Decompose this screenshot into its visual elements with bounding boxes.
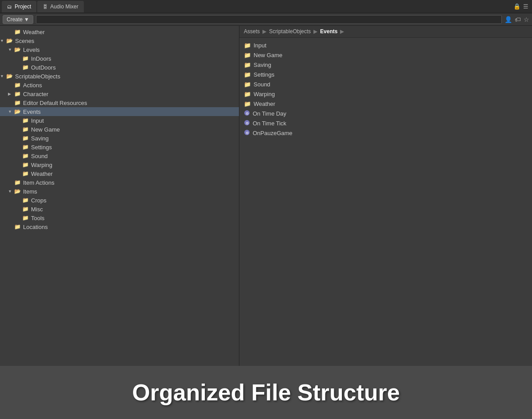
svg-text:⚙: ⚙ <box>246 131 249 135</box>
panel-items: 📁Input📁New Game📁Saving📁Settings📁Sound📁Wa… <box>239 38 532 140</box>
tree-item-scenes[interactable]: ▼📂Scenes <box>0 36 239 45</box>
tree-item-locations[interactable]: 📁Locations <box>0 222 239 231</box>
folder-icon-item-actions: 📁 <box>14 179 21 186</box>
tree-item-levels[interactable]: ▼📂Levels <box>0 45 239 54</box>
search-input[interactable] <box>39 16 499 23</box>
tree-label-item-actions: Item Actions <box>23 179 55 186</box>
tab-bar: 🗂 Project 🎛 Audio Mixer 🔒 ☰ <box>0 0 532 13</box>
panel-item-weather[interactable]: 📁Weather <box>239 99 532 109</box>
panel-label-weather: Weather <box>254 101 275 107</box>
tree-label-weather-top: Weather <box>23 29 45 35</box>
folder-icon-indoors: 📁 <box>22 55 29 62</box>
tree-item-tools[interactable]: 📁Tools <box>0 213 239 222</box>
tree-item-items[interactable]: ▼📂Items <box>0 187 239 196</box>
caption-area: Organized File Structure <box>0 366 532 419</box>
tree-item-new-game[interactable]: 📁New Game <box>0 125 239 134</box>
tree-item-actions[interactable]: 📁Actions <box>0 81 239 89</box>
folder-icon-levels: 📂 <box>14 47 21 53</box>
tree-label-levels: Levels <box>23 47 40 53</box>
tree-item-indoors[interactable]: 📁InDoors <box>0 54 239 63</box>
tree-label-editor-default: Editor Default Resources <box>23 100 87 106</box>
breadcrumb-sep-1: ▶ <box>313 28 317 35</box>
panel-item-on-pauze-game[interactable]: ⚙OnPauzeGame <box>239 128 532 138</box>
tree-label-weather-events: Weather <box>31 171 53 177</box>
toolbar-icons: 👤 🏷 ☆ <box>505 16 529 23</box>
tree-item-outdoors[interactable]: 📁OutDoors <box>0 63 239 72</box>
tab-controls: 🔒 ☰ <box>513 3 530 10</box>
panel-label-on-time-tick: On Time Tick <box>253 120 286 127</box>
panel-item-on-time-day[interactable]: ⚙On Time Day <box>239 109 532 118</box>
panel-item-on-time-tick[interactable]: ⚙On Time Tick <box>239 118 532 128</box>
tree-label-events: Events <box>23 109 41 115</box>
svg-text:⚙: ⚙ <box>246 121 249 125</box>
folder-icon-events: 📂 <box>14 109 21 115</box>
tree-item-sound[interactable]: 📁Sound <box>0 151 239 160</box>
arrow-events: ▼ <box>8 109 14 114</box>
tree-item-crops[interactable]: 📁Crops <box>0 196 239 205</box>
star-icon[interactable]: ☆ <box>524 16 529 23</box>
folder-icon-new-game: 📁 <box>22 126 29 132</box>
project-tab-icon: 🗂 <box>7 4 12 9</box>
unity-icon-on-pauze-game: ⚙ <box>244 129 250 137</box>
tree-label-items: Items <box>23 188 37 195</box>
lock-icon[interactable]: 🔒 <box>513 3 520 10</box>
panel-label-new-game: New Game <box>254 52 282 58</box>
unity-icon-on-time-day: ⚙ <box>244 110 250 117</box>
panel-item-input[interactable]: 📁Input <box>239 40 532 50</box>
menu-icon[interactable]: ☰ <box>523 3 528 10</box>
search-bar[interactable] <box>36 15 502 24</box>
panel-item-saving[interactable]: 📁Saving <box>239 60 532 70</box>
panel-label-warping: Warping <box>254 91 275 97</box>
tree-item-events[interactable]: ▼📂Events <box>0 107 239 116</box>
tree-label-crops: Crops <box>31 197 47 204</box>
tree-label-sound: Sound <box>31 153 48 159</box>
tab-project[interactable]: 🗂 Project <box>2 1 36 12</box>
toolbar: Create ▼ 👤 🏷 ☆ <box>0 13 532 26</box>
breadcrumb-active: Events <box>320 28 337 35</box>
tree-label-indoors: InDoors <box>31 55 51 62</box>
folder-icon-weather-top: 📁 <box>14 29 21 35</box>
create-button[interactable]: Create ▼ <box>3 15 33 24</box>
caption-text: Organized File Structure <box>132 379 400 406</box>
tree-label-saving: Saving <box>31 135 49 142</box>
tree-item-misc[interactable]: 📁Misc <box>0 205 239 213</box>
user-icon[interactable]: 👤 <box>505 16 512 23</box>
tree-label-settings: Settings <box>31 144 52 151</box>
audio-mixer-tab-label: Audio Mixer <box>50 4 78 10</box>
panel-item-sound[interactable]: 📁Sound <box>239 79 532 89</box>
folder-icon-warping: 📁 <box>22 162 29 168</box>
folder-icon-weather-events: 📁 <box>22 171 29 177</box>
folder-icon-new-game: 📁 <box>244 52 251 58</box>
audio-mixer-tab-icon: 🎛 <box>43 4 47 9</box>
tag-icon[interactable]: 🏷 <box>515 16 521 23</box>
panel-item-new-game[interactable]: 📁New Game <box>239 50 532 60</box>
panel-label-on-pauze-game: OnPauzeGame <box>253 130 293 136</box>
folder-icon-settings: 📁 <box>244 71 251 78</box>
tab-audio-mixer[interactable]: 🎛 Audio Mixer <box>37 1 83 12</box>
tree-item-input[interactable]: 📁Input <box>0 116 239 125</box>
panel-item-settings[interactable]: 📁Settings <box>239 70 532 79</box>
breadcrumb-trail-arrow: ▶ <box>340 28 344 35</box>
folder-icon-saving: 📁 <box>244 62 251 68</box>
panel-item-warping[interactable]: 📁Warping <box>239 89 532 99</box>
tree-item-weather-top[interactable]: 📁Weather <box>0 27 239 36</box>
breadcrumb-part-0: Assets <box>244 28 260 35</box>
panel-label-saving: Saving <box>254 62 271 68</box>
tree-item-scriptable-objects[interactable]: ▼📂ScriptableObjects <box>0 72 239 81</box>
project-tab-label: Project <box>15 4 31 10</box>
create-label: Create <box>7 16 23 23</box>
tree-item-editor-default[interactable]: 📁Editor Default Resources <box>0 98 239 107</box>
folder-icon-sound: 📁 <box>244 81 251 88</box>
folder-icon-input: 📁 <box>244 42 251 49</box>
folder-icon-sound: 📁 <box>22 153 29 159</box>
tree-item-warping[interactable]: 📁Warping <box>0 160 239 169</box>
tree-label-scenes: Scenes <box>15 38 34 44</box>
tree-item-saving[interactable]: 📁Saving <box>0 134 239 143</box>
tree-item-settings[interactable]: 📁Settings <box>0 143 239 151</box>
breadcrumb-part-1: ScriptableObjects <box>269 28 311 35</box>
right-panel: Assets▶ScriptableObjects▶Events▶ 📁Input📁… <box>239 26 532 366</box>
tree-item-character[interactable]: ▶📁Character <box>0 89 239 98</box>
folder-icon-tools: 📁 <box>22 215 29 221</box>
tree-item-item-actions[interactable]: 📁Item Actions <box>0 178 239 187</box>
tree-item-weather-events[interactable]: 📁Weather <box>0 169 239 178</box>
